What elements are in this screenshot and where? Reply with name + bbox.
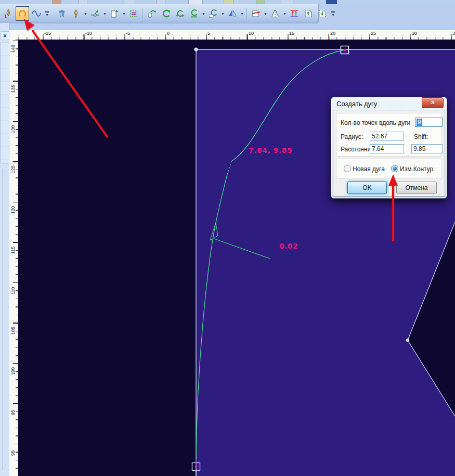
ruler-label: 30	[412, 31, 417, 36]
copy-page-forward-button[interactable]	[108, 6, 121, 21]
ruler-label: -5	[126, 31, 130, 36]
toolbar-group-arc: ▾	[2, 6, 50, 21]
chevron-down-icon[interactable]: ▾	[220, 7, 225, 20]
pen-icon	[71, 9, 81, 18]
page-up-icon	[304, 9, 313, 18]
ruler-label: -10	[85, 31, 92, 36]
cut-page-icon	[251, 9, 261, 18]
panel-collapsed-rows[interactable]	[1, 43, 9, 163]
trash-delete-button[interactable]	[55, 6, 69, 21]
coords-annotation: 7.64, 9.85	[249, 146, 292, 155]
ruler-label: 0	[167, 31, 170, 36]
ruler-label: 125	[10, 165, 16, 173]
dart-fold-icon	[270, 9, 280, 18]
rotate-c-measure-icon	[175, 9, 185, 18]
ruler-label: 100	[10, 367, 16, 375]
chevron-down-icon[interactable]: ▾	[263, 7, 268, 20]
edit-contour-label: Изм.Контур	[400, 165, 433, 173]
fields-groupbox: Кол-во точек вдоль дуги 9 Радиус: Shift:…	[336, 113, 442, 157]
panel-splitter[interactable]	[3, 169, 6, 470]
page-arrow-up-button[interactable]	[302, 6, 315, 21]
toolbar-overflow-button[interactable]: ▾	[44, 6, 50, 21]
ruler-label: 35	[452, 31, 455, 36]
rotate-c-underline-icon	[189, 9, 199, 18]
ruler-label: 5	[207, 31, 210, 36]
ruler-label: -15	[44, 31, 51, 36]
create-arc-dialog: Создать дугу ✕ Кол-во точек вдоль дуги 9…	[331, 97, 447, 199]
contour-frame-icon	[129, 9, 138, 18]
new-arc-label: Новая дуга	[353, 165, 385, 173]
application-window: ▾ ▾	[0, 0, 455, 476]
arc-end-point[interactable]	[195, 466, 198, 468]
chevron-down-icon[interactable]: ▾	[240, 7, 244, 20]
toolbar-row-clipped	[0, 0, 455, 4]
rotate-c-measure-button[interactable]	[173, 6, 187, 21]
measure-arrows-button[interactable]	[288, 6, 301, 21]
dialog-client-area: Кол-во точек вдоль дуги 9 Радиус: Shift:…	[333, 110, 445, 197]
close-icon[interactable]: ✕	[422, 97, 444, 108]
points-label: Кол-во точек вдоль дуги	[341, 119, 410, 126]
ok-button[interactable]: OK	[347, 182, 387, 194]
chevron-down-icon[interactable]: ▾	[201, 7, 206, 20]
wave-spline-tool-button[interactable]	[30, 6, 43, 21]
page-forward-icon	[110, 9, 119, 18]
move-point-icon	[90, 9, 100, 18]
toolbar: ▾ ▾	[0, 4, 319, 23]
rotate-c-button[interactable]	[159, 6, 173, 21]
shift-label: Shift:	[414, 133, 428, 140]
points-input[interactable]: 9	[415, 118, 443, 127]
chevron-down-icon[interactable]: ▾	[282, 7, 287, 20]
new-arc-radio[interactable]	[344, 165, 351, 172]
dart-vertex-point[interactable]	[406, 339, 409, 342]
point-marker[interactable]	[194, 48, 198, 52]
ruler-label: 20	[330, 31, 335, 36]
toolbar-separator	[245, 7, 249, 20]
dart-fold-button[interactable]	[268, 6, 282, 21]
toolbar-separator	[141, 7, 145, 20]
horizontal-ruler: -15 -10 -5 0 5 10 15 20 25 30 35	[18, 30, 455, 40]
chevron-down-icon[interactable]: ▾	[122, 7, 126, 20]
select-contour-frame-button[interactable]	[127, 6, 140, 21]
panel-close-button[interactable]: ×	[1, 31, 9, 40]
chevron-down-icon[interactable]: ▾	[102, 7, 107, 20]
pen-curve-tool-button[interactable]	[2, 6, 15, 21]
toolbar-group-main: ▾ ▾ ▾	[55, 6, 336, 21]
cut-page-button[interactable]	[249, 6, 263, 21]
pen-add-point-button[interactable]	[69, 6, 83, 21]
rotate-c-underline-button[interactable]	[187, 6, 201, 21]
measure-arrows-icon	[290, 9, 299, 18]
ruler-label: 95	[10, 410, 16, 415]
arc-tool-icon	[17, 8, 28, 19]
arc-tool-button[interactable]	[16, 6, 29, 21]
ruler-label: 15	[289, 31, 294, 36]
cancel-button[interactable]: Отмена	[396, 182, 437, 194]
rotate-page-button[interactable]	[145, 6, 159, 21]
ruler-label: 130	[10, 125, 16, 133]
shift-input[interactable]	[411, 144, 443, 153]
ruler-label: 115	[10, 247, 16, 254]
mirror-flip-button[interactable]	[226, 6, 239, 21]
page-arrow-down-button[interactable]	[316, 6, 329, 21]
rotate-c-contour-button[interactable]	[206, 6, 220, 21]
ruler-label: 135	[10, 85, 16, 93]
selected-point[interactable]	[343, 48, 346, 51]
ruler-label: 140	[10, 45, 16, 53]
chevron-down-icon[interactable]: ▾	[83, 7, 88, 20]
ruler-label: 10	[249, 31, 254, 36]
toolbar-dropdown-button[interactable]	[326, 0, 337, 4]
edit-contour-radio[interactable]	[391, 165, 398, 172]
left-dock-panel: ×	[0, 23, 10, 476]
ruler-label: 120	[10, 206, 16, 214]
rotate-c-contour-icon	[209, 9, 218, 18]
page-down-icon	[318, 9, 327, 18]
distance-input[interactable]	[370, 144, 404, 153]
move-point-button[interactable]	[88, 6, 102, 21]
toolbar-overflow-button[interactable]: ▾	[330, 6, 336, 21]
ruler-major-ticks	[18, 34, 455, 40]
mirror-flip-icon	[228, 9, 237, 18]
radius-input[interactable]	[370, 132, 404, 141]
deviation-annotation: 0.02	[279, 242, 298, 250]
ruler-label: 110	[10, 287, 16, 294]
ruler-label: 90	[10, 451, 16, 456]
dialog-title: Создать дугу	[336, 100, 377, 108]
